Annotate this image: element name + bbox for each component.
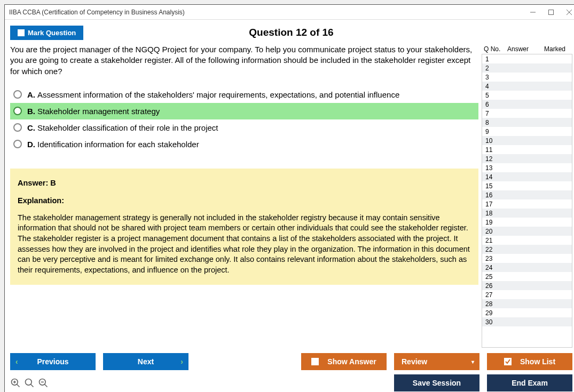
list-row[interactable]: 25 bbox=[482, 272, 572, 281]
zoom-reset-icon[interactable] bbox=[10, 378, 21, 388]
list-header: Q No. Answer Marked bbox=[482, 44, 572, 54]
list-row[interactable]: 10 bbox=[482, 136, 572, 145]
header-qno: Q No. bbox=[484, 45, 507, 53]
checkbox-icon bbox=[18, 29, 25, 36]
list-row[interactable]: 17 bbox=[482, 199, 572, 209]
question-area: You are the project manager of the NGQQ … bbox=[10, 44, 478, 348]
window-controls bbox=[529, 8, 573, 17]
list-row[interactable]: 20 bbox=[482, 227, 572, 236]
app-window: IIBA CCBA (Certification of Competency i… bbox=[4, 4, 574, 392]
zoom-out-icon[interactable] bbox=[38, 378, 49, 388]
next-button[interactable]: Next › bbox=[103, 353, 188, 370]
list-row[interactable]: 27 bbox=[482, 290, 572, 299]
list-row[interactable]: 7 bbox=[482, 109, 572, 118]
checkbox-checked-icon bbox=[504, 358, 512, 365]
list-row[interactable]: 26 bbox=[482, 281, 572, 290]
list-row[interactable]: 6 bbox=[482, 100, 572, 109]
row-qno: 17 bbox=[485, 201, 501, 208]
row-qno: 23 bbox=[485, 255, 501, 262]
row-qno: 9 bbox=[485, 128, 501, 135]
option-A[interactable]: A.Assessment information of the stakehol… bbox=[10, 86, 478, 103]
options-list: A.Assessment information of the stakehol… bbox=[10, 86, 478, 153]
option-letter: B. bbox=[27, 107, 35, 116]
row-qno: 25 bbox=[485, 273, 501, 281]
option-letter: A. bbox=[27, 90, 35, 99]
row-qno: 14 bbox=[485, 173, 501, 181]
list-row[interactable]: 19 bbox=[482, 218, 572, 227]
row-qno: 18 bbox=[485, 210, 501, 217]
question-counter: Question 12 of 16 bbox=[249, 27, 333, 38]
row-qno: 26 bbox=[485, 282, 501, 290]
list-row[interactable]: 11 bbox=[482, 145, 572, 154]
svg-point-8 bbox=[26, 379, 32, 386]
mark-question-label: Mark Question bbox=[28, 29, 76, 37]
maximize-icon[interactable] bbox=[547, 8, 555, 17]
list-row[interactable]: 13 bbox=[482, 163, 572, 172]
caret-down-icon: ▾ bbox=[471, 359, 474, 365]
option-C[interactable]: C.Stakeholder classification of their ro… bbox=[10, 119, 478, 136]
content-area: Mark Question Question 12 of 16 You are … bbox=[5, 20, 574, 392]
list-row[interactable]: 16 bbox=[482, 190, 572, 199]
mark-question-button[interactable]: Mark Question bbox=[10, 26, 83, 40]
review-button[interactable]: Review ▾ bbox=[394, 353, 479, 370]
list-row[interactable]: 30 bbox=[482, 317, 572, 326]
list-row[interactable]: 18 bbox=[482, 209, 572, 218]
explanation-text: The stakeholder management strategy is g… bbox=[18, 213, 471, 275]
svg-line-5 bbox=[17, 385, 20, 387]
option-B[interactable]: B.Stakeholder management strategy bbox=[10, 103, 478, 119]
svg-line-9 bbox=[31, 385, 34, 387]
checkbox-icon bbox=[311, 358, 319, 365]
list-row[interactable]: 4 bbox=[482, 82, 572, 91]
row-qno: 2 bbox=[485, 65, 501, 72]
row-qno: 4 bbox=[485, 83, 501, 90]
question-list[interactable]: 1234567891011121314151617181920212223242… bbox=[482, 54, 572, 347]
list-row[interactable]: 24 bbox=[482, 263, 572, 272]
save-session-button[interactable]: Save Session bbox=[394, 374, 479, 391]
row-qno: 15 bbox=[485, 182, 501, 190]
list-row[interactable]: 29 bbox=[482, 308, 572, 317]
row-qno: 12 bbox=[485, 155, 501, 163]
list-row[interactable]: 1 bbox=[482, 54, 572, 63]
show-answer-button[interactable]: Show Answer bbox=[301, 353, 387, 370]
answer-panel: Answer: B Explanation: The stakeholder m… bbox=[10, 169, 478, 285]
list-row[interactable]: 14 bbox=[482, 172, 572, 181]
next-label: Next bbox=[138, 357, 154, 366]
option-letter: D. bbox=[27, 140, 35, 149]
list-row[interactable]: 8 bbox=[482, 118, 572, 127]
row-qno: 8 bbox=[485, 119, 501, 126]
previous-label: Previous bbox=[37, 357, 68, 366]
save-session-label: Save Session bbox=[413, 379, 461, 387]
titlebar: IIBA CCBA (Certification of Competency i… bbox=[5, 5, 574, 20]
option-text: Identification information for each stak… bbox=[37, 140, 199, 149]
row-qno: 19 bbox=[485, 219, 501, 226]
list-row[interactable]: 12 bbox=[482, 154, 572, 163]
zoom-in-icon[interactable] bbox=[24, 378, 35, 388]
list-row[interactable]: 15 bbox=[482, 181, 572, 190]
row-qno: 30 bbox=[485, 318, 501, 326]
list-row[interactable]: 23 bbox=[482, 254, 572, 263]
option-text: Stakeholder management strategy bbox=[37, 107, 160, 116]
bottom-bar: ‹ Previous Next › Show Answer Review ▾ bbox=[10, 348, 572, 391]
list-row[interactable]: 21 bbox=[482, 236, 572, 245]
previous-button[interactable]: ‹ Previous bbox=[10, 353, 96, 370]
show-answer-label: Show Answer bbox=[327, 357, 376, 366]
list-row[interactable]: 9 bbox=[482, 127, 572, 136]
list-row[interactable]: 3 bbox=[482, 73, 572, 82]
show-list-button[interactable]: Show List bbox=[487, 353, 572, 370]
list-row[interactable]: 5 bbox=[482, 91, 572, 100]
zoom-controls bbox=[10, 378, 49, 388]
list-row[interactable]: 2 bbox=[482, 63, 572, 73]
main-row: You are the project manager of the NGQQ … bbox=[10, 44, 572, 348]
list-row[interactable]: 28 bbox=[482, 299, 572, 308]
list-row[interactable]: 22 bbox=[482, 245, 572, 254]
row-qno: 20 bbox=[485, 228, 501, 235]
option-D[interactable]: D.Identification information for each st… bbox=[10, 136, 478, 153]
row-qno: 24 bbox=[485, 264, 501, 271]
list-wrap: 1234567891011121314151617181920212223242… bbox=[482, 54, 572, 348]
end-exam-button[interactable]: End Exam bbox=[487, 374, 572, 391]
explanation-label: Explanation: bbox=[18, 196, 471, 206]
show-list-label: Show List bbox=[520, 357, 555, 366]
close-icon[interactable] bbox=[565, 8, 573, 17]
minimize-icon[interactable] bbox=[529, 8, 537, 17]
option-letter: C. bbox=[27, 123, 35, 132]
